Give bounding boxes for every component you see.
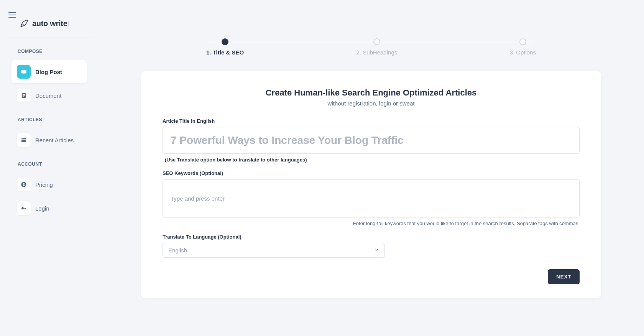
svg-rect-12: [25, 208, 26, 209]
nav-section-account: ACCOUNT: [5, 158, 93, 172]
sidebar-item-blog-post[interactable]: Blog Post: [12, 60, 87, 83]
step-title-seo[interactable]: 1. Title & SEO: [206, 38, 244, 56]
step-label: 2. SubHeadings: [356, 49, 397, 56]
step-subheadings[interactable]: 2. SubHeadings: [356, 38, 397, 56]
sidebar-item-label: Login: [35, 205, 49, 212]
stepper: 1. Title & SEO 2. SubHeadings 3. Options: [206, 38, 536, 56]
seo-keywords-input[interactable]: [163, 179, 580, 217]
feather-icon: [19, 18, 29, 28]
next-button[interactable]: NEXT: [548, 269, 580, 284]
svg-point-10: [21, 207, 24, 209]
article-title-input[interactable]: [163, 127, 580, 154]
step-options[interactable]: 3. Options: [510, 38, 536, 56]
svg-rect-0: [21, 70, 26, 74]
logo-text: auto write: [32, 19, 67, 28]
step-label: 1. Title & SEO: [206, 49, 244, 56]
main-content: 1. Title & SEO 2. SubHeadings 3. Options…: [98, 0, 644, 336]
sidebar-item-recent-articles[interactable]: Recent Articles: [12, 128, 87, 152]
hamburger-menu-button[interactable]: [8, 11, 16, 19]
sidebar: auto write | COMPOSE Blog Post Document …: [0, 0, 98, 336]
logo-cursor: |: [67, 20, 69, 27]
svg-rect-3: [23, 95, 25, 96]
sidebar-item-label: Pricing: [35, 181, 53, 188]
logo[interactable]: auto write |: [5, 12, 93, 38]
svg-rect-7: [23, 138, 23, 139]
article-title-label: Article Title In English: [163, 118, 580, 124]
card-title: Create Human-like Search Engine Optimize…: [163, 88, 580, 98]
article-title-hint: (Use Translate option below to translate…: [163, 157, 580, 163]
svg-rect-6: [21, 139, 26, 140]
document-icon: [17, 89, 31, 102]
post-icon: [17, 65, 31, 79]
key-icon: [17, 201, 31, 215]
sidebar-item-login[interactable]: Login: [12, 197, 87, 220]
sidebar-item-label: Recent Articles: [35, 137, 74, 143]
svg-text:$: $: [23, 183, 25, 186]
sidebar-item-pricing[interactable]: $ Pricing: [12, 173, 87, 196]
seo-keywords-label: SEO Keywords (Optional): [163, 170, 580, 176]
svg-rect-4: [23, 96, 24, 97]
sidebar-item-label: Document: [35, 92, 61, 99]
svg-rect-2: [23, 94, 25, 95]
dollar-icon: $: [17, 178, 31, 191]
seo-keywords-hint: Enter long-tail keywords that you would …: [163, 221, 580, 226]
card-subtitle: without registration, login or sweat: [163, 100, 580, 107]
step-label: 3. Options: [510, 49, 536, 56]
translate-label: Translate To Language (Optional): [163, 234, 580, 240]
sidebar-item-label: Blog Post: [35, 69, 62, 75]
nav-section-compose: COMPOSE: [5, 45, 93, 59]
svg-rect-5: [21, 138, 26, 142]
recent-icon: [17, 133, 31, 147]
nav-section-articles: ARTICLES: [5, 113, 93, 128]
sidebar-item-document[interactable]: Document: [12, 84, 87, 107]
form-card: Create Human-like Search Engine Optimize…: [141, 71, 601, 298]
translate-language-select[interactable]: English: [163, 243, 385, 258]
